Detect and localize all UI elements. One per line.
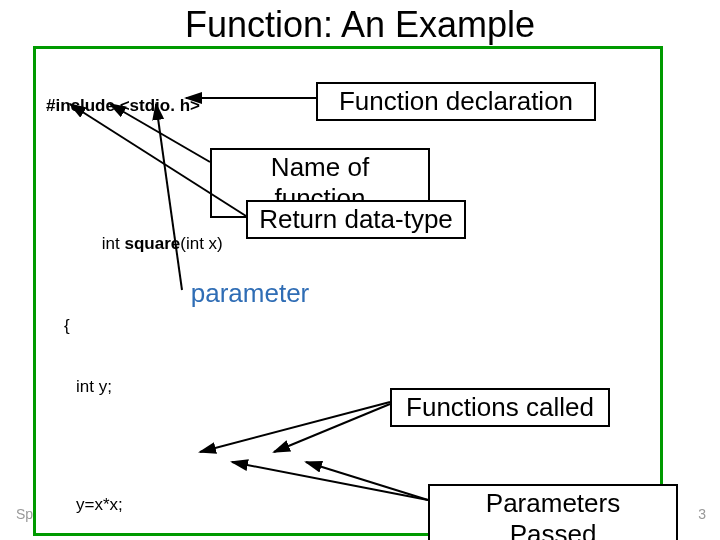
code-line: square: [124, 234, 180, 253]
slide: Function: An Example #include <stdio. h>…: [0, 0, 720, 540]
code-line: y=x*x;: [76, 495, 123, 514]
code: #include <stdio. h> int square(int x) { …: [46, 55, 650, 540]
code-line: {: [64, 316, 70, 335]
code-line: int y;: [76, 377, 112, 396]
code-line: int: [102, 234, 125, 253]
label-parameter: parameter: [180, 278, 320, 309]
label-return-data-type: Return data-type: [246, 200, 466, 239]
code-line: #include <stdio. h>: [46, 96, 200, 115]
label-functions-called: Functions called: [390, 388, 610, 427]
footer-right: 3: [698, 506, 706, 522]
footer-left: Sp: [16, 506, 33, 522]
code-line: (int x): [180, 234, 223, 253]
label-function-declaration: Function declaration: [316, 82, 596, 121]
label-parameters-passed: Parameters Passed: [428, 484, 678, 540]
slide-title: Function: An Example: [0, 4, 720, 46]
